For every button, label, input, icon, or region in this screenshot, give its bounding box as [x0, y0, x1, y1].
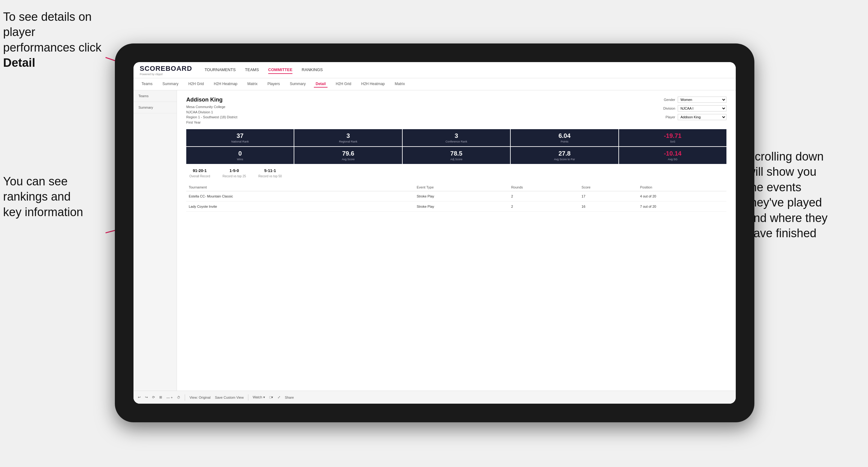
- left-panel: Teams Summary: [133, 90, 177, 401]
- stat-cell: 27.8Avg Score to Par: [511, 147, 618, 164]
- tournament-name: Lady Coyote Invite: [186, 201, 393, 212]
- table-row[interactable]: Estella CC- Mountain Classic Stroke Play…: [186, 191, 726, 201]
- division-select[interactable]: NJCAA I: [678, 105, 726, 112]
- col-position: Position: [638, 184, 726, 191]
- nav-committee[interactable]: COMMITTEE: [268, 66, 292, 74]
- left-panel-item-2[interactable]: Summary: [133, 102, 177, 113]
- sub-nav: Teams Summary H2H Grid H2H Heatmap Matri…: [133, 78, 736, 90]
- content-area: Addison King Mesa Community College NJCA…: [177, 90, 736, 401]
- tournament-empty: [393, 191, 414, 201]
- save-custom-btn[interactable]: Save Custom View: [215, 396, 244, 399]
- main-content: Teams Summary Addison King Mesa Communit…: [133, 90, 736, 401]
- redo-btn[interactable]: ↪: [145, 395, 148, 399]
- sub-nav-matrix[interactable]: Matrix: [246, 81, 259, 88]
- tournament-position: 4 out of 20: [638, 191, 726, 201]
- player-select[interactable]: Addison King: [678, 114, 726, 120]
- app-header: SCOREBOARD Powered by clippd TOURNAMENTS…: [133, 62, 736, 78]
- stat-cell: 0Wins: [186, 147, 294, 164]
- player-region: Region 1 - Southwest (18) District: [186, 115, 237, 120]
- toolbar-divider-1: [185, 394, 185, 401]
- sub-nav-h2h-grid2[interactable]: H2H Grid: [334, 81, 353, 88]
- table-row[interactable]: Lady Coyote Invite Stroke Play 2 16 7 ou…: [186, 201, 726, 212]
- sub-nav-players[interactable]: Players: [266, 81, 282, 88]
- player-filters: Gender Women Division NJCAA I: [658, 97, 726, 125]
- record-item: 5-11-1Record vs top 50: [258, 168, 282, 179]
- stat-cell: 6.04Points: [511, 129, 618, 146]
- expand-btn[interactable]: ⤢: [278, 395, 280, 399]
- stats-grid-1: 37National Rank3Regional Rank3Conference…: [186, 129, 726, 146]
- share-btn[interactable]: Share: [285, 396, 294, 399]
- filter-gender: Gender Women: [658, 97, 726, 103]
- undo-btn[interactable]: ↩: [138, 395, 141, 399]
- tablet-frame: SCOREBOARD Powered by clippd TOURNAMENTS…: [115, 43, 754, 422]
- tournament-rounds: 2: [508, 201, 579, 212]
- grid-btn[interactable]: ⊞: [159, 395, 162, 399]
- col-tournament: Tournament: [186, 184, 393, 191]
- sub-nav-h2h-heatmap[interactable]: H2H Heatmap: [212, 81, 239, 88]
- toolbar-divider-2: [248, 394, 248, 401]
- sub-nav-h2h-heatmap2[interactable]: H2H Heatmap: [359, 81, 386, 88]
- tournament-score: 16: [579, 201, 637, 212]
- tournament-score: 17: [579, 191, 637, 201]
- bottom-toolbar: ↩ ↪ ⟳ ⊞ — + ⏱ View: Original Save Custom…: [133, 391, 736, 404]
- tournament-event-type: Stroke Play: [414, 201, 508, 212]
- stat-cell: 78.5Adj Score: [403, 147, 510, 164]
- player-college: Mesa Community College: [186, 104, 237, 110]
- tournament-rounds: 2: [508, 191, 579, 201]
- col-event-type: Event Type: [414, 184, 508, 191]
- nav-teams[interactable]: TEAMS: [245, 66, 259, 74]
- nav-rankings[interactable]: RANKINGS: [302, 66, 323, 74]
- view-original-btn[interactable]: View: Original: [189, 396, 211, 399]
- annotation-bottom-left: You can see rankings and key information: [3, 174, 108, 220]
- player-year: First Year: [186, 120, 237, 125]
- logo-area: SCOREBOARD Powered by clippd: [140, 65, 192, 76]
- filter-division: Division NJCAA I: [658, 105, 726, 112]
- record-item: 1-5-0Record vs top 25: [223, 168, 246, 179]
- stat-cell: 3Regional Rank: [294, 129, 402, 146]
- sub-nav-summary[interactable]: Summary: [160, 81, 180, 88]
- stat-cell: 37National Rank: [186, 129, 294, 146]
- logo-sub: Powered by clippd: [140, 73, 192, 76]
- annotation-top-left: To see details on player performances cl…: [3, 9, 108, 71]
- nav-tournaments[interactable]: TOURNAMENTS: [205, 66, 236, 74]
- player-header: Addison King Mesa Community College NJCA…: [186, 97, 726, 125]
- tournament-name: Estella CC- Mountain Classic: [186, 191, 393, 201]
- col-rounds: Rounds: [508, 184, 579, 191]
- stat-cell: -10.14Avg SG: [619, 147, 726, 164]
- refresh-btn[interactable]: ⟳: [152, 395, 155, 399]
- watch-btn[interactable]: Watch ▾: [253, 395, 265, 399]
- sub-nav-teams[interactable]: Teams: [140, 81, 154, 88]
- logo-text: SCOREBOARD: [140, 65, 192, 73]
- record-item: 91-20-1Overall Record: [189, 168, 210, 179]
- timer-btn[interactable]: ⏱: [177, 396, 180, 399]
- filter-player: Player Addison King: [658, 114, 726, 120]
- record-row: 91-20-1Overall Record1-5-0Record vs top …: [186, 168, 726, 179]
- sub-nav-matrix2[interactable]: Matrix: [393, 81, 407, 88]
- tournament-empty: [393, 201, 414, 212]
- left-panel-item[interactable]: Teams: [133, 90, 177, 102]
- gender-select[interactable]: Women: [678, 97, 726, 103]
- sub-nav-summary2[interactable]: Summary: [288, 81, 307, 88]
- zoom-btn[interactable]: — +: [166, 396, 173, 399]
- main-nav: TOURNAMENTS TEAMS COMMITTEE RANKINGS: [205, 66, 323, 74]
- player-info: Addison King Mesa Community College NJCA…: [186, 97, 237, 125]
- stats-grid-2: 0Wins79.6Avg Score78.5Adj Score27.8Avg S…: [186, 147, 726, 164]
- table-header-row: Tournament Event Type Rounds Score Posit…: [186, 184, 726, 191]
- sub-nav-h2h-grid[interactable]: H2H Grid: [187, 81, 206, 88]
- tournament-table: Tournament Event Type Rounds Score Posit…: [186, 184, 726, 212]
- player-name: Addison King: [186, 97, 237, 103]
- col-empty: [393, 184, 414, 191]
- sub-nav-detail[interactable]: Detail: [314, 81, 328, 88]
- tournament-event-type: Stroke Play: [414, 191, 508, 201]
- player-division: NJCAA Division 1: [186, 110, 237, 115]
- tournament-position: 7 out of 20: [638, 201, 726, 212]
- annotation-right: Scrolling down will show you the events …: [747, 149, 865, 241]
- stat-cell: 79.6Avg Score: [294, 147, 402, 164]
- stat-cell: -19.71SoS: [619, 129, 726, 146]
- stat-cell: 3Conference Rank: [403, 129, 510, 146]
- tablet-screen: SCOREBOARD Powered by clippd TOURNAMENTS…: [133, 62, 736, 404]
- col-score: Score: [579, 184, 637, 191]
- screen-btn[interactable]: □▾: [270, 395, 274, 399]
